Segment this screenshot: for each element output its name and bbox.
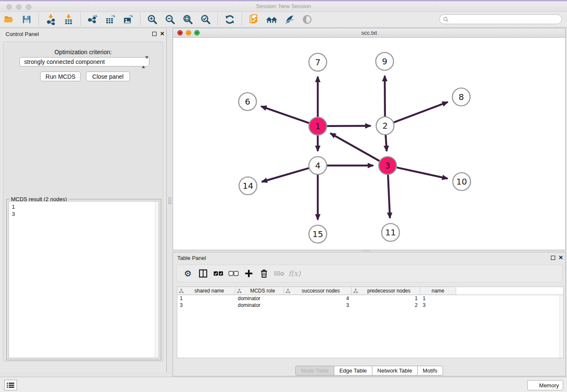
column-header-name[interactable]: name: [420, 287, 456, 295]
network-window-title: scc.txt: [173, 30, 565, 36]
toolbar-separator: [217, 13, 218, 26]
criterion-dropdown[interactable]: strongly connected component: [19, 57, 149, 66]
graph-node-label: 3: [385, 160, 391, 171]
graph-node-label: 1: [315, 121, 321, 131]
refresh-icon[interactable]: [223, 13, 237, 26]
zoom-in-icon[interactable]: [145, 13, 160, 26]
import-table-icon[interactable]: [61, 13, 76, 26]
table-row[interactable]: 1 dominator 4 1 1: [177, 295, 563, 302]
control-panel-title: Control Panel: [6, 31, 39, 37]
mcds-result-scrollbar[interactable]: [155, 202, 159, 358]
column-header-successor-nodes[interactable]: successor nodes: [284, 287, 352, 295]
graph-edge-1-2[interactable]: [327, 126, 371, 126]
task-history-button[interactable]: [4, 380, 17, 390]
import-network-icon[interactable]: [44, 13, 58, 26]
table-toolbar: ⚙ f(x): [176, 265, 563, 282]
toggle-panels-icon[interactable]: [195, 266, 211, 281]
search-box[interactable]: [439, 14, 562, 24]
graph-node-label: 2: [383, 121, 388, 131]
add-column-icon[interactable]: [241, 266, 256, 281]
window-title: Session: New Session: [0, 3, 567, 9]
graph-edge-2-8[interactable]: [394, 102, 448, 122]
mcds-result-line: 3: [12, 210, 159, 218]
column-type-icon: [286, 289, 290, 293]
graph-node-label: 11: [385, 227, 396, 237]
graph-edge-4-14[interactable]: [262, 168, 309, 182]
toolbar-separator: [242, 13, 242, 26]
tab-edge-table[interactable]: Edge Table: [334, 366, 372, 375]
node-table[interactable]: shared name MCDS role successor nodes pr…: [177, 287, 564, 358]
show-graphics-icon[interactable]: [300, 13, 314, 26]
zoom-out-icon[interactable]: [163, 13, 177, 26]
graph-node-label: 15: [312, 229, 323, 239]
clone-network-icon[interactable]: [247, 13, 261, 26]
network-view-window: ✕ − + scc.txt 7968124314101511: [173, 28, 566, 250]
status-bar: Memory: [0, 377, 567, 392]
column-type-icon: [353, 289, 358, 293]
toolbar-separator: [39, 13, 39, 26]
graph-node-label: 9: [382, 56, 388, 66]
toolbar-separator: [140, 13, 140, 26]
column-header-shared-name[interactable]: shared name: [177, 287, 235, 295]
dropdown-stepper-icon: [142, 59, 146, 66]
close-panel-icon[interactable]: ✕: [559, 254, 563, 261]
column-header-predecessor-nodes[interactable]: predecessor nodes: [352, 287, 420, 295]
table-tabs: Node Table Edge Table Network Table Moti…: [173, 366, 565, 375]
first-neighbors-icon[interactable]: [264, 13, 279, 26]
table-row[interactable]: 3 dominator 3 2 3: [177, 302, 563, 309]
network-graph[interactable]: 7968124314101511: [173, 38, 565, 250]
control-panel: Control Panel ✕ Network Style Select MCD…: [0, 28, 167, 373]
titlebar[interactable]: Session: New Session: [0, 1, 567, 12]
table-scrollbar[interactable]: [559, 295, 563, 358]
tab-node-table[interactable]: Node Table: [295, 366, 334, 375]
splitter-grip[interactable]: [168, 197, 171, 204]
export-network-icon[interactable]: [85, 13, 100, 26]
graph-node-label: 8: [459, 92, 464, 102]
tab-network-table[interactable]: Network Table: [372, 366, 418, 375]
delete-columns-icon[interactable]: [256, 266, 272, 281]
column-type-icon: [179, 289, 184, 293]
tab-motifs[interactable]: Motifs: [418, 366, 443, 375]
network-canvas[interactable]: 7968124314101511: [173, 38, 565, 250]
search-input[interactable]: [451, 17, 558, 22]
graph-edge-3-1[interactable]: [330, 133, 380, 161]
column-header-mcds-role[interactable]: MCDS role: [235, 287, 284, 295]
apply-style-icon[interactable]: [282, 13, 297, 26]
main-toolbar: [0, 12, 567, 28]
mcds-result-line: 1: [12, 203, 159, 210]
select-all-columns-icon[interactable]: [211, 266, 226, 281]
memory-label: Memory: [539, 382, 559, 389]
mcds-result-text[interactable]: 1 3: [8, 201, 159, 358]
network-window-titlebar[interactable]: ✕ − + scc.txt: [173, 28, 565, 38]
graph-edge-2-3[interactable]: [385, 135, 386, 151]
graph-edge-3-10[interactable]: [396, 168, 447, 179]
mcds-panel: Optimization criterion: strongly connect…: [3, 41, 163, 362]
graph-node-label: 14: [242, 181, 253, 191]
deselect-all-columns-icon[interactable]: [226, 266, 241, 281]
graph-node-label: 10: [456, 177, 467, 187]
export-table-icon[interactable]: [103, 13, 118, 26]
table-panel: Table Panel ✕ ⚙ f(x): [173, 252, 566, 376]
toolbar-separator: [80, 13, 81, 26]
fit-content-icon[interactable]: [181, 13, 195, 26]
close-panel-button[interactable]: Close panel: [86, 72, 130, 81]
optimization-criterion-label: Optimization criterion:: [3, 49, 163, 55]
export-image-icon[interactable]: [121, 13, 135, 26]
graph-node-label: 4: [315, 160, 321, 171]
search-icon: [443, 17, 449, 22]
graph-edge-3-11[interactable]: [388, 175, 390, 218]
delete-table-icon: [272, 266, 287, 281]
graph-edge-2-9[interactable]: [385, 76, 385, 116]
zoom-selected-icon[interactable]: [198, 13, 213, 26]
memory-button[interactable]: Memory: [527, 380, 563, 390]
float-panel-icon[interactable]: [152, 32, 157, 36]
save-session-icon[interactable]: [19, 13, 34, 26]
float-panel-icon[interactable]: [551, 256, 555, 260]
close-panel-icon[interactable]: ✕: [160, 30, 165, 37]
graph-edge-1-6[interactable]: [261, 106, 309, 123]
table-settings-icon[interactable]: ⚙: [180, 266, 195, 281]
graph-node-label: 7: [315, 57, 321, 67]
run-mcds-button[interactable]: Run MCDS: [40, 72, 81, 81]
open-session-icon[interactable]: [2, 13, 16, 26]
graph-node-label: 6: [245, 97, 250, 107]
